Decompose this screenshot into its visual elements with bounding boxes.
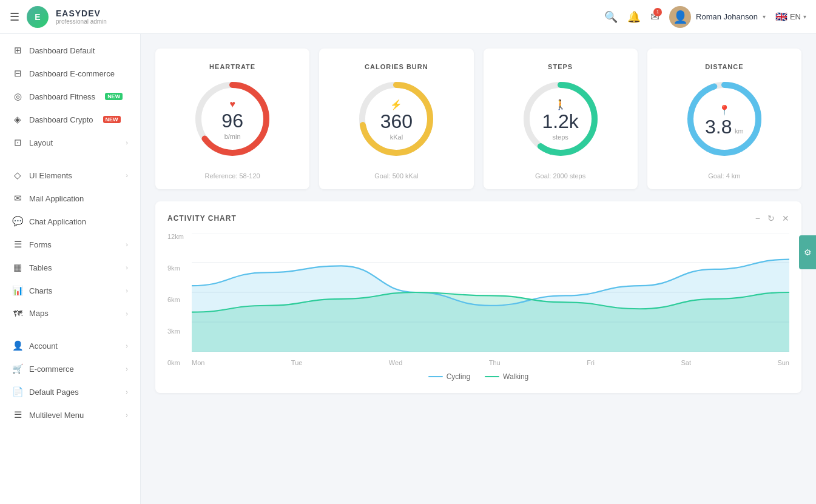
sidebar-label: Layout xyxy=(29,138,53,147)
stat-card-steps: STEPS 🚶 1.2k steps Goal: 2000 steps xyxy=(484,49,638,189)
sidebar-label: UI Elements xyxy=(29,171,72,180)
ring-container: ♥ 96 b/min xyxy=(194,80,271,160)
ring-label: 📍 3.8 km xyxy=(705,104,744,136)
nav-icon: 💬 xyxy=(12,216,23,227)
sidebar-item-default-pages[interactable]: 📄 Default Pages › xyxy=(0,380,140,403)
ring-container: 📍 3.8 km xyxy=(686,80,763,160)
brand-name: EASYDEV xyxy=(56,8,107,18)
user-chevron-icon: ▾ xyxy=(763,13,766,20)
sidebar: ⊞ Dashboard Default ⊟ Dashboard E-commer… xyxy=(0,34,141,504)
sidebar-item-chat-application[interactable]: 💬 Chat Application xyxy=(0,210,140,233)
sidebar-item-layout[interactable]: ⊡ Layout › xyxy=(0,131,140,154)
sidebar-item-dashboard-fitness[interactable]: ◎ Dashboard Fitness NEW xyxy=(0,85,140,108)
nav-icon: ⊡ xyxy=(12,137,23,148)
stat-ref: Goal: 4 km xyxy=(708,172,740,180)
nav-icon: ☰ xyxy=(12,409,23,420)
sidebar-label: Dashboard E-commerce xyxy=(29,69,115,78)
sidebar-item-dashboard-e-commerce[interactable]: ⊟ Dashboard E-commerce xyxy=(0,62,140,85)
sidebar-item-forms[interactable]: ☰ Forms › xyxy=(0,233,140,256)
sidebar-label: E-commerce xyxy=(29,365,74,374)
y-label: 0km xyxy=(167,359,189,366)
stat-value: 1.2k xyxy=(542,110,578,132)
chevron-right-icon: › xyxy=(126,241,128,248)
sidebar-item-e-commerce[interactable]: 🛒 E-commerce › xyxy=(0,357,140,380)
sidebar-item-charts[interactable]: 📊 Charts › xyxy=(0,279,140,302)
sidebar-item-tables[interactable]: ▦ Tables › xyxy=(0,256,140,279)
bell-icon[interactable]: 🔔 xyxy=(627,10,641,24)
stat-cards: HEARTRATE ♥ 96 b/min Reference: 58-120 C… xyxy=(155,49,801,189)
legend-walking: Walking xyxy=(485,372,528,381)
nav-icon: ⊟ xyxy=(12,68,23,79)
brand-text: EASYDEV professional admin xyxy=(56,8,107,25)
chart-legend: Cycling Walking xyxy=(167,372,789,381)
legend-cycling: Cycling xyxy=(428,372,470,381)
topnav-right: 🔍 🔔 ✉ 1 👤 Roman Johanson ▾ 🇬🇧 EN ▾ xyxy=(604,6,806,28)
badge: NEW xyxy=(103,116,121,123)
chevron-right-icon: › xyxy=(126,264,128,271)
activity-svg xyxy=(192,233,789,352)
ring-label: ⚡ 360 kKal xyxy=(377,99,416,142)
sidebar-item-dashboard-default[interactable]: ⊞ Dashboard Default xyxy=(0,39,140,62)
ring-container: 🚶 1.2k steps xyxy=(522,80,599,160)
brand-sub: professional admin xyxy=(56,18,107,25)
stat-unit: b/min xyxy=(224,133,241,140)
x-label: Sat xyxy=(681,359,691,366)
search-icon[interactable]: 🔍 xyxy=(604,10,618,24)
nav-icon: 🗺 xyxy=(12,308,23,318)
y-label: 6km xyxy=(167,296,189,303)
sidebar-item-dashboard-crypto[interactable]: ◈ Dashboard Crypto NEW xyxy=(0,108,140,131)
language-selector[interactable]: 🇬🇧 EN ▾ xyxy=(775,11,806,22)
sidebar-item-ui-elements[interactable]: ◇ UI Elements › xyxy=(0,164,140,187)
chart-svg-container xyxy=(192,233,789,352)
nav-icon: ✉ xyxy=(12,193,23,204)
nav-icon: 📊 xyxy=(12,285,23,296)
sidebar-label: Forms xyxy=(29,240,52,249)
flag-icon: 🇬🇧 xyxy=(775,11,787,22)
avatar: 👤 xyxy=(669,6,691,28)
stat-title: HEARTRATE xyxy=(209,63,255,70)
chart-header: ACTIVITY CHART − ↻ ✕ xyxy=(167,213,789,223)
stat-ref: Goal: 2000 steps xyxy=(535,172,585,180)
x-label: Tue xyxy=(291,359,303,366)
chevron-right-icon: › xyxy=(126,139,128,146)
stat-title: CALORIES BURN xyxy=(365,63,428,70)
sidebar-label: Tables xyxy=(29,263,52,272)
sidebar-item-maps[interactable]: 🗺 Maps › xyxy=(0,302,140,324)
legend-label: Cycling xyxy=(447,372,470,381)
sidebar-item-multilevel-menu[interactable]: ☰ Multilevel Menu › xyxy=(0,403,140,426)
refresh-icon[interactable]: ↻ xyxy=(767,213,775,223)
hamburger-icon[interactable]: ☰ xyxy=(10,10,19,24)
nav-icon: ◎ xyxy=(12,91,23,102)
stat-card-distance: DISTANCE 📍 3.8 km Goal: 4 km xyxy=(647,49,801,189)
x-label: Sun xyxy=(777,359,789,366)
close-icon[interactable]: ✕ xyxy=(782,213,789,223)
stat-title: DISTANCE xyxy=(705,63,743,70)
logo: E xyxy=(27,6,49,28)
user-name: Roman Johanson xyxy=(696,12,758,21)
chevron-right-icon: › xyxy=(126,388,128,395)
panel-toggle[interactable]: ⚙ xyxy=(799,235,816,269)
stat-card-calories-burn: CALORIES BURN ⚡ 360 kKal Goal: 500 kKal xyxy=(319,49,473,189)
lang-label: EN xyxy=(790,12,801,21)
minimize-icon[interactable]: − xyxy=(755,213,760,223)
legend-color xyxy=(485,376,499,377)
nav-icon: 🛒 xyxy=(12,363,23,374)
nav-icon: ▦ xyxy=(12,262,23,273)
sidebar-item-account[interactable]: 👤 Account › xyxy=(0,334,140,357)
stat-icon: ♥ xyxy=(213,99,252,110)
stat-card-heartrate: HEARTRATE ♥ 96 b/min Reference: 58-120 xyxy=(155,49,309,189)
mail-icon[interactable]: ✉ 1 xyxy=(650,10,659,24)
sidebar-label: Chat Application xyxy=(29,217,86,226)
nav-icon: ☰ xyxy=(12,239,23,250)
user-info[interactable]: 👤 Roman Johanson ▾ xyxy=(669,6,766,28)
y-axis-labels: 12km9km6km3km0km xyxy=(167,233,189,366)
sidebar-item-mail-application[interactable]: ✉ Mail Application xyxy=(0,187,140,210)
nav-icon: 📄 xyxy=(12,386,23,397)
topnav-left: ☰ E EASYDEV professional admin xyxy=(10,6,150,28)
stat-unit: kKal xyxy=(390,133,403,141)
main-layout: ⊞ Dashboard Default ⊟ Dashboard E-commer… xyxy=(0,34,816,504)
sidebar-label: Multilevel Menu xyxy=(29,411,84,420)
chevron-right-icon: › xyxy=(126,365,128,372)
stat-ref: Reference: 58-120 xyxy=(205,172,260,180)
stat-unit: km xyxy=(735,127,744,135)
